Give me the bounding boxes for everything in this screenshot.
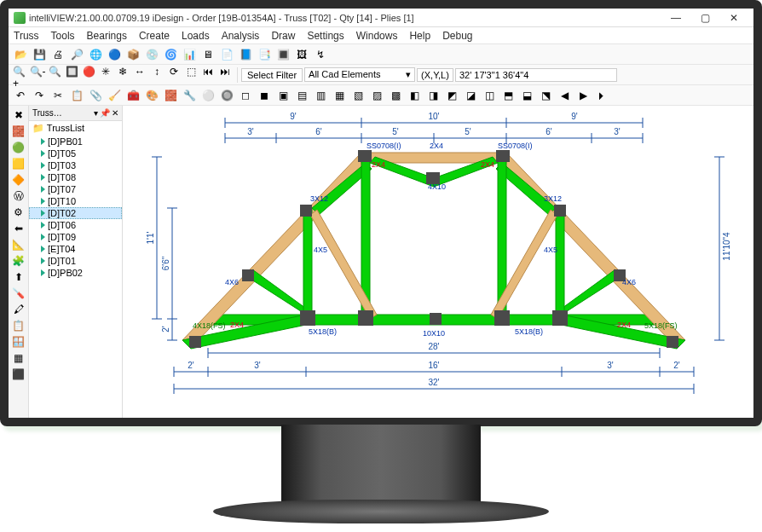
- menu-help[interactable]: Help: [409, 30, 430, 42]
- tb2-btn-7[interactable]: ↔: [131, 63, 148, 80]
- menu-truss[interactable]: Truss: [14, 30, 39, 42]
- tb2-btn-10[interactable]: ⬚: [182, 63, 199, 80]
- menu-create[interactable]: Create: [139, 30, 170, 42]
- side-icon-16[interactable]: ⬛: [11, 367, 26, 382]
- side-icon-9[interactable]: 🧩: [11, 253, 26, 269]
- side-icon-1[interactable]: 🧱: [11, 124, 26, 139]
- tb1-btn-6[interactable]: 📦: [124, 46, 141, 63]
- side-icon-2[interactable]: 🟢: [11, 140, 26, 155]
- tb3-btn-30[interactable]: ▶: [574, 87, 592, 104]
- menu-analysis[interactable]: Analysis: [222, 30, 260, 42]
- tb2-btn-8[interactable]: ↕: [148, 63, 165, 80]
- tb1-btn-7[interactable]: 💿: [143, 46, 160, 63]
- side-icon-3[interactable]: 🟨: [11, 156, 26, 171]
- menu-debug[interactable]: Debug: [442, 30, 472, 42]
- side-icon-12[interactable]: 🖍: [11, 302, 26, 317]
- tb3-btn-27[interactable]: ⬓: [518, 87, 535, 104]
- tree-item-ET04[interactable]: [E]T04: [29, 243, 122, 255]
- tb3-btn-2[interactable]: ✂: [49, 87, 66, 104]
- tb1-btn-9[interactable]: 📊: [181, 46, 198, 63]
- side-icon-8[interactable]: 📐: [11, 237, 26, 252]
- menu-tools[interactable]: Tools: [51, 30, 75, 42]
- tree-item-DT09[interactable]: [D]T09: [29, 231, 122, 243]
- tb1-btn-1[interactable]: 💾: [31, 46, 48, 63]
- tree-item-DT02[interactable]: [D]T02: [29, 207, 122, 219]
- side-icon-7[interactable]: ⬅: [11, 221, 26, 236]
- tb1-btn-4[interactable]: 🌐: [87, 46, 104, 63]
- menu-bearings[interactable]: Bearings: [87, 30, 127, 42]
- tb1-btn-5[interactable]: 🔵: [106, 46, 123, 63]
- panel-tab[interactable]: Truss…: [32, 108, 62, 118]
- tb2-btn-11[interactable]: ⏮: [199, 63, 216, 80]
- tb2-btn-0[interactable]: 🔍+: [12, 69, 29, 86]
- tb3-btn-26[interactable]: ⬒: [499, 87, 517, 104]
- tb3-btn-10[interactable]: ⚪: [199, 87, 216, 104]
- tb3-btn-7[interactable]: 🎨: [143, 87, 160, 104]
- tb3-btn-12[interactable]: ◻: [237, 87, 254, 104]
- tb3-btn-8[interactable]: 🧱: [162, 87, 179, 104]
- menu-draw[interactable]: Draw: [271, 30, 295, 42]
- side-icon-4[interactable]: 🔶: [11, 172, 26, 188]
- tb1-btn-13[interactable]: 📑: [256, 46, 273, 63]
- tb1-btn-8[interactable]: 🌀: [162, 46, 179, 63]
- tb1-btn-12[interactable]: 📘: [237, 46, 254, 63]
- tb3-btn-11[interactable]: 🔘: [218, 87, 235, 104]
- tree-item-DT05[interactable]: [D]T05: [29, 147, 122, 159]
- tb3-btn-21[interactable]: ◧: [406, 87, 423, 104]
- tb1-btn-3[interactable]: 🔎: [68, 46, 85, 63]
- menu-loads[interactable]: Loads: [182, 30, 210, 42]
- tb1-btn-10[interactable]: 🖥: [199, 46, 216, 63]
- tb3-btn-9[interactable]: 🔧: [181, 87, 198, 104]
- filter-select[interactable]: All Cad Elements ▾: [304, 67, 415, 82]
- panel-close-icon[interactable]: ✕: [112, 108, 118, 118]
- tb2-btn-3[interactable]: 🔲: [63, 63, 80, 80]
- tb1-btn-16[interactable]: ↯: [312, 46, 329, 63]
- close-button[interactable]: ✕: [719, 9, 748, 26]
- tb2-btn-2[interactable]: 🔍: [46, 63, 63, 80]
- tb3-btn-20[interactable]: ▩: [387, 87, 404, 104]
- panel-pin-icon[interactable]: 📌: [100, 108, 110, 118]
- tb3-btn-15[interactable]: ▤: [293, 87, 310, 104]
- tb3-btn-3[interactable]: 📋: [68, 87, 85, 104]
- side-icon-13[interactable]: 📋: [11, 318, 26, 333]
- tb2-btn-1[interactable]: 🔍-: [29, 63, 46, 80]
- tb2-btn-5[interactable]: ✳: [97, 63, 114, 80]
- tree-item-DPB01[interactable]: [D]PB01: [29, 136, 122, 147]
- tree-item-DT01[interactable]: [D]T01: [29, 255, 122, 267]
- tree-item-DT07[interactable]: [D]T07: [29, 183, 122, 195]
- tb3-btn-17[interactable]: ▦: [331, 87, 348, 104]
- tb3-btn-19[interactable]: ▨: [368, 87, 385, 104]
- tree-item-DT03[interactable]: [D]T03: [29, 159, 122, 171]
- tb1-btn-14[interactable]: 🔳: [274, 46, 292, 63]
- tb3-btn-23[interactable]: ◩: [443, 87, 460, 104]
- panel-root[interactable]: 📁 TrussList: [29, 121, 122, 136]
- maximize-button[interactable]: ▢: [690, 9, 719, 26]
- tb3-btn-1[interactable]: ↷: [31, 87, 48, 104]
- menu-settings[interactable]: Settings: [307, 30, 343, 42]
- tree-item-DPB02[interactable]: [D]PB02: [29, 267, 122, 279]
- tb3-btn-28[interactable]: ⬔: [537, 87, 554, 104]
- side-icon-6[interactable]: ⚙: [11, 205, 26, 220]
- tb2-btn-6[interactable]: ❄: [114, 63, 131, 80]
- tb3-btn-13[interactable]: ◼: [256, 87, 273, 104]
- side-icon-10[interactable]: ⬆: [11, 269, 26, 285]
- side-icon-5[interactable]: Ⓦ: [11, 188, 26, 204]
- tree-item-DT06[interactable]: [D]T06: [29, 219, 122, 231]
- drawing-canvas[interactable]: 9' 10' 9' 3' 6' 5' 5' 6' 3': [123, 106, 753, 418]
- tb2-btn-9[interactable]: ⟳: [165, 63, 182, 80]
- tb3-btn-25[interactable]: ◫: [481, 87, 498, 104]
- minimize-button[interactable]: —: [661, 9, 690, 26]
- side-icon-14[interactable]: 🪟: [11, 334, 26, 350]
- tb1-btn-15[interactable]: 🖼: [293, 46, 310, 63]
- tb1-btn-0[interactable]: 📂: [12, 46, 29, 63]
- tree-item-DT10[interactable]: [D]T10: [29, 195, 122, 207]
- tree-item-DT08[interactable]: [D]T08: [29, 171, 122, 183]
- side-icon-15[interactable]: ▦: [11, 350, 26, 366]
- tb3-btn-29[interactable]: ◀: [556, 87, 573, 104]
- tb1-btn-11[interactable]: 📄: [218, 46, 235, 63]
- tb1-btn-2[interactable]: 🖨: [49, 46, 66, 63]
- side-icon-11[interactable]: 🪛: [11, 286, 26, 301]
- tb3-btn-5[interactable]: 🧹: [106, 87, 123, 104]
- tb2-btn-12[interactable]: ⏭: [216, 63, 234, 80]
- tb3-btn-0[interactable]: ↶: [12, 87, 29, 104]
